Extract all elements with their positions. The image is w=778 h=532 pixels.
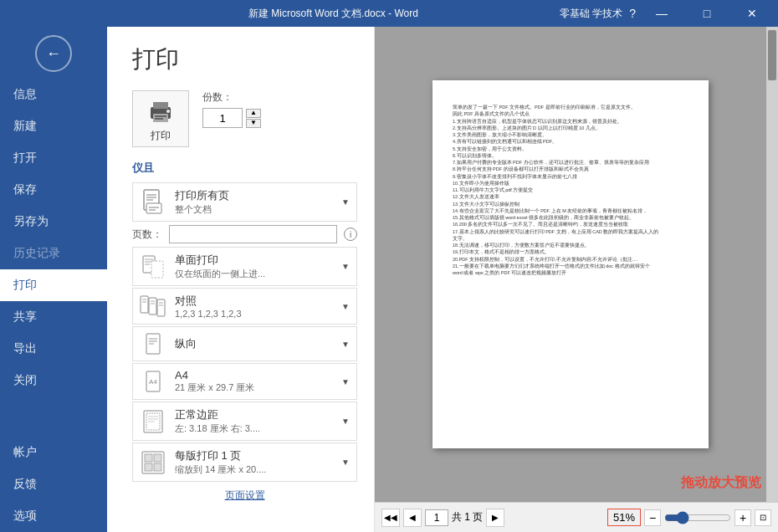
pages-per-sheet-arrow-icon: ▼ bbox=[341, 458, 350, 467]
back-arrow-icon: ← bbox=[46, 45, 61, 63]
margins-dropdown[interactable]: 正常边距 左: 3.18 厘米 右: 3.... ▼ bbox=[132, 402, 357, 441]
preview-scroll-area[interactable]: 简单的发了一篇一下 PDF 文件格式。PDF 是即前行业的印刷标准，它是原文文件… bbox=[375, 27, 766, 502]
info-icon[interactable]: i bbox=[344, 228, 357, 241]
svg-rect-19 bbox=[141, 296, 148, 313]
copies-area: 份数： ▲ ▼ bbox=[202, 90, 261, 128]
sidebar-item-account[interactable]: 帐户 bbox=[0, 437, 107, 468]
orientation-main: 纵向 bbox=[175, 336, 197, 351]
sidebar-item-options[interactable]: 选项 bbox=[0, 500, 107, 532]
print-panel: 打印 打印 份数： bbox=[107, 27, 375, 532]
copies-increment[interactable]: ▲ bbox=[246, 109, 261, 118]
pages-per-sheet-dropdown[interactable]: 每版打印 1 页 缩放到 14 厘米 x 20.... ▼ bbox=[132, 442, 357, 482]
page-indicator: 共 1 页 bbox=[425, 509, 483, 526]
preview-panel: 简单的发了一篇一下 PDF 文件格式。PDF 是即前行业的印刷标准，它是原文文件… bbox=[375, 27, 778, 532]
document-preview-text: 简单的发了一篇一下 PDF 文件格式。PDF 是即前行业的印刷标准，它是原文文件… bbox=[453, 104, 688, 276]
sidebar-item-share[interactable]: 共享 bbox=[0, 301, 107, 333]
next-page-button[interactable]: ▶ bbox=[486, 509, 504, 527]
margins-icon bbox=[140, 410, 166, 433]
paper-size-dropdown[interactable]: A4 A4 21 厘米 x 29.7 厘米 ▼ bbox=[132, 363, 357, 400]
svg-rect-3 bbox=[155, 115, 166, 117]
sidebar-item-save[interactable]: 保存 bbox=[0, 174, 107, 206]
svg-rect-1 bbox=[153, 102, 168, 109]
print-all-pages-icon bbox=[140, 191, 166, 214]
preview-main: 简单的发了一篇一下 PDF 文件格式。PDF 是即前行业的印刷标准，它是原文文件… bbox=[375, 27, 778, 502]
svg-rect-4 bbox=[155, 118, 163, 120]
orientation-dropdown[interactable]: 纵向 ▼ bbox=[132, 326, 357, 361]
copies-input-row: ▲ ▼ bbox=[202, 108, 261, 128]
margins-main: 正常边距 bbox=[175, 407, 260, 422]
sidebar-item-saveas[interactable]: 另存为 bbox=[0, 206, 107, 238]
pages-input[interactable] bbox=[169, 225, 337, 243]
svg-point-5 bbox=[166, 110, 170, 113]
sidebar-item-print[interactable]: 打印 bbox=[0, 269, 107, 301]
sidebar-item-open[interactable]: 打开 bbox=[0, 142, 107, 174]
question-mark[interactable]: ? bbox=[629, 7, 636, 20]
paper-size-sub: 21 厘米 x 29.7 厘米 bbox=[175, 381, 254, 394]
sidebar: ← 信息 新建 打开 保存 另存为 历史记录 打印 共享 导出 关闭 帐户 反馈… bbox=[0, 27, 107, 532]
svg-rect-11 bbox=[146, 203, 161, 213]
pages-per-sheet-main: 每版打印 1 页 bbox=[175, 448, 266, 463]
single-sided-icon bbox=[140, 255, 166, 279]
pages-per-sheet-icon bbox=[140, 451, 166, 474]
zoom-percent-box: 51% bbox=[607, 509, 641, 526]
sidebar-item-info[interactable]: 信息 bbox=[0, 79, 107, 110]
orientation-arrow-icon: ▼ bbox=[341, 340, 350, 349]
prev-page-button[interactable]: ◀ bbox=[403, 509, 422, 527]
print-button-area: 打印 份数： ▲ ▼ bbox=[132, 90, 357, 147]
pages-row: 页数： i bbox=[132, 223, 357, 245]
svg-rect-22 bbox=[149, 298, 156, 315]
main-area: ← 信息 新建 打开 保存 另存为 历史记录 打印 共享 导出 关闭 帐户 反馈… bbox=[0, 27, 778, 532]
sidebar-item-export[interactable]: 导出 bbox=[0, 333, 107, 365]
duplex-sub: 仅在纸面的一侧上进... bbox=[175, 268, 265, 280]
collate-sub: 1,2,3 1,2,3 1,2,3 bbox=[175, 309, 242, 319]
duplex-dropdown[interactable]: 单面打印 仅在纸面的一侧上进... ▼ bbox=[132, 247, 357, 286]
preview-bottom-bar: ◀◀ ◀ 共 1 页 ▶ 51% − + ⊡ bbox=[375, 502, 778, 532]
preview-scrollbar[interactable] bbox=[766, 27, 778, 502]
sidebar-item-history[interactable]: 历史记录 bbox=[0, 238, 107, 269]
paper-size-icon: A4 bbox=[140, 370, 166, 393]
minimize-button[interactable]: — bbox=[642, 0, 681, 27]
content-area: 打印 打印 份数： bbox=[107, 27, 778, 532]
margins-sub: 左: 3.18 厘米 右: 3.... bbox=[175, 422, 260, 435]
print-button[interactable]: 打印 bbox=[132, 90, 189, 147]
svg-rect-18 bbox=[151, 261, 163, 278]
duplex-main: 单面打印 bbox=[175, 253, 265, 268]
page-total: 共 1 页 bbox=[452, 510, 483, 524]
sidebar-item-new[interactable]: 新建 bbox=[0, 110, 107, 142]
zoom-minus-button[interactable]: − bbox=[644, 509, 661, 526]
collate-icon bbox=[140, 294, 166, 318]
copies-spinner: ▲ ▼ bbox=[246, 109, 261, 128]
copies-label: 份数： bbox=[202, 90, 261, 105]
paper-size-main: A4 bbox=[175, 369, 254, 381]
svg-rect-43 bbox=[154, 463, 161, 471]
page-number-input[interactable] bbox=[425, 509, 448, 526]
pages-label: 页数： bbox=[132, 228, 162, 242]
restore-button[interactable]: □ bbox=[688, 0, 726, 27]
print-btn-label: 打印 bbox=[151, 129, 171, 143]
print-range-main: 打印所有页 bbox=[175, 188, 229, 203]
back-button[interactable]: ← bbox=[35, 35, 72, 72]
sidebar-item-feedback[interactable]: 反馈 bbox=[0, 468, 107, 500]
collate-arrow-icon: ▼ bbox=[341, 302, 350, 311]
portrait-icon bbox=[140, 332, 166, 356]
print-range-dropdown[interactable]: 打印所有页 整个文档 ▼ bbox=[132, 182, 357, 222]
sidebar-item-close[interactable]: 关闭 bbox=[0, 365, 107, 396]
close-button[interactable]: ✕ bbox=[733, 0, 771, 27]
section-heading: 仪且 bbox=[132, 161, 357, 176]
page-setup-link[interactable]: 页面设置 bbox=[132, 489, 357, 503]
svg-rect-25 bbox=[157, 299, 165, 316]
svg-rect-41 bbox=[154, 454, 161, 462]
copies-decrement[interactable]: ▼ bbox=[246, 119, 261, 128]
zoom-plus-button[interactable]: + bbox=[734, 509, 751, 526]
collate-dropdown[interactable]: 对照 1,2,3 1,2,3 1,2,3 ▼ bbox=[132, 288, 357, 325]
zoom-expand-button[interactable]: ⊡ bbox=[755, 509, 771, 526]
zoom-slider[interactable] bbox=[664, 511, 731, 524]
print-title: 打印 bbox=[132, 43, 357, 75]
scroll-thumb[interactable] bbox=[768, 30, 776, 80]
first-page-button[interactable]: ◀◀ bbox=[381, 509, 400, 527]
drag-hint: 拖动放大预览 bbox=[681, 474, 761, 492]
help-text: 零基础 学技术 bbox=[560, 7, 622, 21]
zoom-percent: 51% bbox=[613, 511, 635, 524]
copies-input[interactable] bbox=[202, 108, 243, 128]
collate-main: 对照 bbox=[175, 294, 242, 309]
